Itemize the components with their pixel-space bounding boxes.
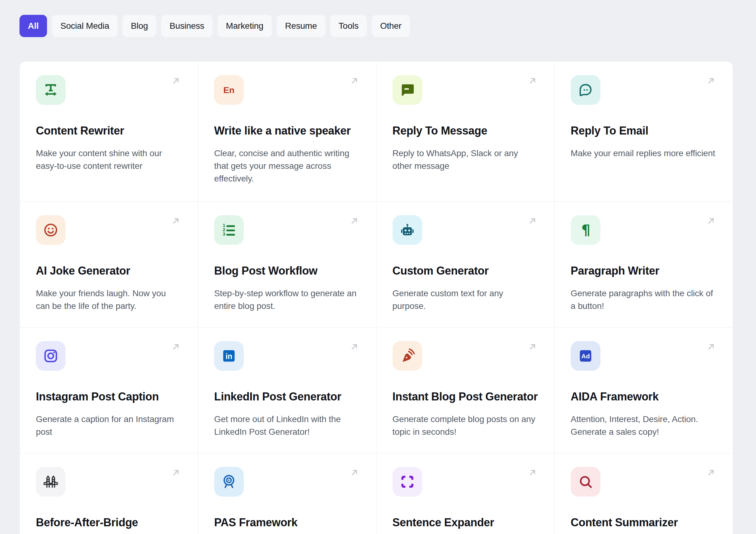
- tool-card-instant-blog-post-generator[interactable]: Instant Blog Post Generator Generate com…: [376, 328, 554, 453]
- arrow-up-right-icon: [526, 75, 538, 87]
- arrow-up-right-icon: [170, 215, 181, 227]
- message-reply-icon: [399, 82, 416, 98]
- tool-title: Write like a native speaker: [214, 124, 360, 138]
- filter-pill-label: Business: [170, 21, 204, 31]
- tool-card-pas-framework[interactable]: PAS Framework: [198, 453, 376, 534]
- tool-card-content-rewriter[interactable]: Content Rewriter Make your content shine…: [20, 62, 198, 201]
- arrow-up-right-icon: [348, 467, 360, 479]
- tool-title: Instagram Post Caption: [36, 390, 181, 404]
- tool-card-aida-framework[interactable]: Ad AIDA Framework Attention, Interest, D…: [554, 328, 733, 453]
- tool-title: Paragraph Writer: [571, 264, 717, 278]
- tool-icon-tile: ¶: [571, 215, 600, 245]
- tool-card-before-after-bridge[interactable]: Before-After-Bridge: [20, 453, 198, 534]
- filter-pill-business[interactable]: Business: [161, 15, 212, 37]
- tool-title: Custom Generator: [392, 264, 538, 278]
- tool-description: Attention, Interest, Desire, Action. Gen…: [571, 413, 717, 438]
- tool-description: Clear, concise and authentic writing tha…: [214, 147, 360, 185]
- filter-pill-label: Tools: [339, 21, 359, 31]
- tool-description: Make your content shine with our easy-to…: [36, 147, 181, 172]
- svg-text:¶: ¶: [581, 222, 590, 238]
- filter-bar: All Social Media Blog Business Marketing…: [19, 15, 410, 37]
- tool-card-sentence-expander[interactable]: Sentence Expander: [376, 453, 554, 534]
- tool-description: Reply to WhatsApp, Slack or any other me…: [392, 147, 538, 172]
- filter-pill-blog[interactable]: Blog: [122, 15, 156, 37]
- tool-card-ai-joke-generator[interactable]: AI Joke Generator Make your friends laug…: [20, 201, 198, 328]
- tool-description: Make your email replies more efficient: [571, 147, 717, 160]
- arrow-up-right-icon: [348, 341, 360, 353]
- svg-text:in: in: [226, 352, 232, 360]
- arrow-up-right-icon: [348, 215, 360, 227]
- tool-card-custom-generator[interactable]: Custom Generator Generate custom text fo…: [376, 201, 554, 328]
- tool-card-reply-to-email[interactable]: Reply To Email Make your email replies m…: [554, 62, 733, 201]
- pen-signal-icon: [399, 348, 416, 364]
- tool-icon-tile: [36, 75, 66, 105]
- tool-card-paragraph-writer[interactable]: ¶ Paragraph Writer Generate paragraphs w…: [554, 201, 733, 328]
- filter-pill-label: Blog: [131, 21, 148, 31]
- bridge-icon: [43, 474, 59, 490]
- filter-pill-label: All: [28, 21, 39, 31]
- tool-icon-tile: [392, 75, 422, 105]
- language-en-icon: En: [221, 82, 237, 98]
- tool-icon-tile: [392, 215, 422, 245]
- arrow-up-right-icon: [526, 341, 538, 353]
- filter-pill-other[interactable]: Other: [372, 15, 410, 37]
- tool-title: Reply To Email: [571, 124, 717, 138]
- tool-title: Before-After-Bridge: [36, 516, 181, 529]
- filter-pill-social-media[interactable]: Social Media: [52, 15, 118, 37]
- arrow-up-right-icon: [526, 467, 538, 479]
- tool-title: Content Summarizer: [571, 516, 717, 529]
- tool-icon-tile: En: [214, 75, 244, 105]
- chat-dots-icon: [578, 82, 594, 98]
- tool-card-linkedin-post-generator[interactable]: in LinkedIn Post Generator Get more out …: [198, 328, 376, 453]
- tool-title: Blog Post Workflow: [214, 264, 360, 278]
- tool-title: LinkedIn Post Generator: [214, 390, 360, 404]
- svg-text:En: En: [223, 85, 234, 95]
- tool-icon-tile: [392, 341, 422, 371]
- tool-card-write-like-a-native-speaker[interactable]: En Write like a native speaker Clear, co…: [198, 62, 376, 201]
- arrow-up-right-icon: [705, 467, 717, 479]
- tool-icon-tile: [36, 341, 66, 371]
- arrow-up-right-icon: [526, 215, 538, 227]
- filter-pill-all[interactable]: All: [19, 15, 47, 37]
- tool-description: Get more out of LinkedIn with the Linked…: [214, 413, 360, 438]
- linkedin-icon: in: [221, 348, 237, 364]
- filter-pill-marketing[interactable]: Marketing: [217, 15, 272, 37]
- numbered-list-icon: 123: [221, 222, 237, 238]
- instagram-icon: [43, 348, 59, 364]
- filter-pill-label: Other: [380, 21, 401, 31]
- smiley-icon: [43, 222, 59, 238]
- arrow-up-right-icon: [705, 75, 717, 87]
- tool-description: Generate complete blog posts on any topi…: [392, 413, 538, 438]
- robot-icon: [399, 222, 416, 238]
- arrow-up-right-icon: [705, 341, 717, 353]
- arrow-up-right-icon: [170, 341, 181, 353]
- tool-card-instagram-post-caption[interactable]: Instagram Post Caption Generate a captio…: [20, 328, 198, 453]
- tool-card-reply-to-message[interactable]: Reply To Message Reply to WhatsApp, Slac…: [376, 62, 554, 201]
- svg-text:Ad: Ad: [581, 353, 590, 360]
- tool-card-blog-post-workflow[interactable]: 123 Blog Post Workflow Step-by-step work…: [198, 201, 376, 328]
- arrow-up-right-icon: [170, 467, 181, 479]
- tool-icon-tile: [392, 467, 422, 496]
- tool-icon-tile: [36, 215, 66, 245]
- svg-text:3: 3: [223, 231, 225, 236]
- tool-title: Content Rewriter: [36, 124, 181, 138]
- tool-icon-tile: Ad: [571, 341, 600, 371]
- tool-card-content-summarizer[interactable]: Content Summarizer: [554, 453, 733, 534]
- arrow-up-right-icon: [170, 75, 181, 87]
- tool-description: Make your friends laugh. Now you can be …: [36, 287, 181, 312]
- filter-pill-label: Marketing: [226, 21, 263, 31]
- tool-icon-tile: 123: [214, 215, 244, 245]
- filter-pill-tools[interactable]: Tools: [330, 15, 367, 37]
- tools-grid: Content Rewriter Make your content shine…: [19, 61, 733, 534]
- filter-pill-label: Social Media: [60, 21, 109, 31]
- tool-icon-tile: [214, 467, 244, 496]
- tool-title: Reply To Message: [392, 124, 538, 138]
- tool-icon-tile: [571, 75, 600, 105]
- ad-icon: Ad: [578, 348, 594, 364]
- pilcrow-icon: ¶: [578, 222, 594, 238]
- filter-pill-resume[interactable]: Resume: [277, 15, 325, 37]
- tool-title: AI Joke Generator: [36, 264, 181, 278]
- filter-pill-label: Resume: [285, 21, 317, 31]
- tool-title: AIDA Framework: [571, 390, 717, 404]
- target-icon: [221, 474, 237, 490]
